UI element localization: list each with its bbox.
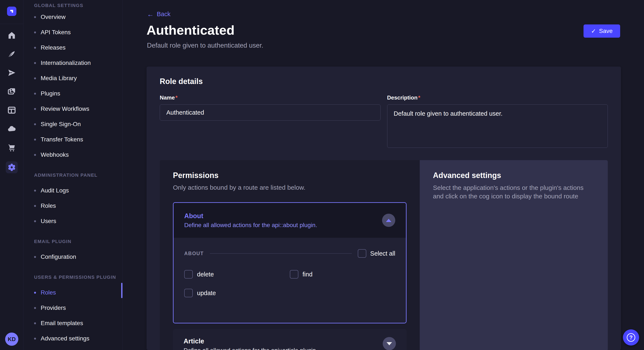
bullet-icon xyxy=(34,16,36,18)
sidebar-item-providers[interactable]: Providers xyxy=(24,300,122,316)
sidebar-item-label: Audit Logs xyxy=(41,187,69,194)
sidebar-item-admin-roles[interactable]: Roles xyxy=(24,198,122,213)
delete-checkbox[interactable] xyxy=(184,270,193,279)
sidebar-item-audit-logs[interactable]: Audit Logs xyxy=(24,183,122,198)
role-details-form: Name* Description* Default role given to… xyxy=(160,94,608,149)
sidebar-item-transfer-tokens[interactable]: Transfer Tokens xyxy=(24,132,122,147)
sidebar-section-users-permissions-plugin: USERS & PERMISSIONS PLUGIN Roles Provide… xyxy=(24,270,122,346)
about-accordion-body: ABOUT Select all delete xyxy=(174,238,406,323)
article-accordion-header[interactable]: Article Define all allowed actions for t… xyxy=(173,329,406,350)
sidebar-item-releases[interactable]: Releases xyxy=(24,40,122,55)
save-button[interactable]: ✓ Save xyxy=(584,24,620,38)
bullet-icon xyxy=(34,123,36,125)
sidebar-item-email-templates[interactable]: Email templates xyxy=(24,316,122,331)
collapse-button[interactable] xyxy=(382,214,395,227)
bullet-icon xyxy=(34,108,36,110)
permissions-grid: Permissions Only actions bound by a rout… xyxy=(160,160,608,350)
sidebar-item-configuration[interactable]: Configuration xyxy=(24,249,122,265)
back-link[interactable]: ← Back xyxy=(147,11,170,18)
chevron-up-icon xyxy=(386,219,392,222)
sidebar-item-up-roles[interactable]: Roles xyxy=(24,285,122,300)
home-icon[interactable] xyxy=(7,30,16,40)
question-mark-icon: ? xyxy=(627,333,635,342)
strapi-logo[interactable] xyxy=(7,6,16,16)
help-button[interactable]: ? xyxy=(623,329,639,346)
sidebar-item-webhooks[interactable]: Webhooks xyxy=(24,147,122,163)
media-library-icon[interactable] xyxy=(7,87,16,96)
action-label: find xyxy=(302,271,313,278)
find-checkbox[interactable] xyxy=(290,270,298,279)
permissions-subtitle: Only actions bound by a route are listed… xyxy=(173,183,406,191)
sidebar-item-label: Advanced settings xyxy=(41,335,90,342)
sidebar-item-label: Review Workflows xyxy=(41,105,89,112)
sidebar-item-label: Users xyxy=(41,218,56,224)
sidebar-scrollbar-thumb[interactable] xyxy=(121,283,122,298)
back-arrow-icon: ← xyxy=(147,11,154,18)
sidebar-item-review-workflows[interactable]: Review Workflows xyxy=(24,101,122,117)
about-accordion-header[interactable]: About Define all allowed actions for the… xyxy=(174,203,406,238)
check-icon: ✓ xyxy=(591,28,596,35)
action-delete[interactable]: delete xyxy=(184,270,290,279)
select-all-checkbox[interactable] xyxy=(358,249,366,258)
description-label-text: Description xyxy=(387,94,418,101)
article-accordion-title: Article xyxy=(184,337,318,346)
sidebar-item-label: Releases xyxy=(41,44,66,51)
bullet-icon xyxy=(34,205,36,207)
action-update[interactable]: update xyxy=(184,289,290,297)
description-field-group: Description* Default role given to authe… xyxy=(387,94,608,149)
select-all-label: Select all xyxy=(370,250,395,257)
advanced-settings-body: Select the application's actions or the … xyxy=(433,183,592,200)
action-label: update xyxy=(197,290,216,297)
bullet-icon xyxy=(34,220,36,222)
sidebar-item-label: API Tokens xyxy=(41,29,71,36)
sidebar-item-users[interactable]: Users xyxy=(24,213,122,229)
update-checkbox[interactable] xyxy=(184,289,193,297)
content-manager-icon[interactable] xyxy=(7,49,16,59)
sidebar-item-label: Roles xyxy=(41,202,56,209)
name-field-group: Name* xyxy=(160,94,380,121)
about-group-row: ABOUT Select all xyxy=(184,249,395,258)
sidebar-item-label: Media Library xyxy=(41,75,77,82)
back-label: Back xyxy=(157,11,170,18)
sidebar-section-title: ADMINISTRATION PANEL xyxy=(24,168,122,183)
bullet-icon xyxy=(34,307,36,309)
action-label: delete xyxy=(197,271,214,278)
settings-gear-icon[interactable] xyxy=(6,161,18,173)
sidebar-item-label: Email templates xyxy=(41,320,83,327)
bullet-icon xyxy=(34,31,36,33)
role-card: Role details Name* Description* Default … xyxy=(146,67,621,350)
releases-icon[interactable] xyxy=(7,68,16,78)
page-subtitle: Default role given to authenticated user… xyxy=(147,42,263,49)
bullet-icon xyxy=(34,47,36,49)
user-avatar[interactable]: KD xyxy=(5,333,18,346)
content-type-builder-icon[interactable] xyxy=(7,105,16,115)
sidebar-item-label: Providers xyxy=(41,305,66,311)
action-find[interactable]: find xyxy=(290,270,396,279)
bullet-icon xyxy=(34,292,36,294)
permissions-panel: Permissions Only actions bound by a rout… xyxy=(160,160,420,350)
bullet-icon xyxy=(34,62,36,64)
settings-sidebar: GLOBAL SETTINGS Overview API Tokens Rele… xyxy=(24,0,123,350)
sidebar-item-plugins[interactable]: Plugins xyxy=(24,86,122,101)
about-group-label: ABOUT xyxy=(184,251,204,256)
sidebar-item-overview[interactable]: Overview xyxy=(24,9,122,25)
bullet-icon xyxy=(34,338,36,340)
sidebar-item-single-sign-on[interactable]: Single Sign-On xyxy=(24,117,122,132)
permissions-heading: Permissions xyxy=(173,171,406,180)
sidebar-item-label: Plugins xyxy=(41,90,60,97)
bullet-icon xyxy=(34,139,36,141)
sidebar-item-api-tokens[interactable]: API Tokens xyxy=(24,25,122,40)
sidebar-item-advanced-settings[interactable]: Advanced settings xyxy=(24,331,122,346)
article-accordion-subtitle: Define all allowed actions for the api::… xyxy=(184,347,318,350)
sidebar-item-label: Internationalization xyxy=(41,59,91,66)
marketplace-cart-icon[interactable] xyxy=(7,143,16,153)
expand-button[interactable] xyxy=(383,337,396,350)
name-input[interactable] xyxy=(160,104,380,121)
description-label: Description* xyxy=(387,94,608,101)
cloud-icon[interactable] xyxy=(7,124,16,134)
description-textarea[interactable]: Default role given to authenticated user… xyxy=(387,104,608,148)
sidebar-item-label: Configuration xyxy=(41,253,76,260)
sidebar-item-media-library[interactable]: Media Library xyxy=(24,71,122,86)
about-accordion-title: About xyxy=(184,212,317,220)
sidebar-item-internationalization[interactable]: Internationalization xyxy=(24,55,122,71)
